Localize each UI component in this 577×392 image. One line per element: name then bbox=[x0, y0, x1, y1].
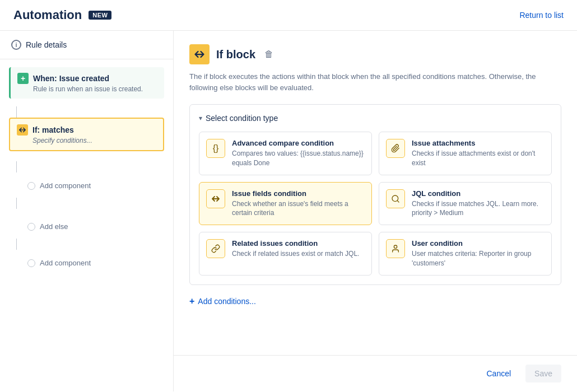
advanced-compare-title: Advanced compare condition bbox=[232, 139, 365, 147]
connector-line-4 bbox=[16, 239, 17, 250]
trigger-subtitle: Rule is run when an issue is created. bbox=[17, 85, 157, 93]
content-area: If block 🗑 The if block executes the act… bbox=[174, 31, 577, 391]
advanced-compare-desc: Compares two values: {{issue.status.name… bbox=[232, 149, 365, 168]
condition-card-content-issue-fields: Issue fields condition Check whether an … bbox=[232, 189, 365, 218]
header-left: Automation NEW bbox=[13, 8, 111, 22]
app-title: Automation bbox=[13, 8, 82, 22]
condition-card-related-issues[interactable]: Related issues condition Check if relate… bbox=[199, 232, 372, 276]
issue-attachments-icon bbox=[386, 139, 405, 158]
user-condition-title: User condition bbox=[412, 239, 545, 248]
condition-card-content-related-issues: Related issues condition Check if relate… bbox=[232, 239, 365, 259]
jql-title: JQL condition bbox=[412, 189, 545, 198]
rule-details-label: Rule details bbox=[26, 40, 67, 49]
condition-selector-label: Select condition type bbox=[206, 114, 278, 123]
info-icon: i bbox=[11, 40, 21, 50]
related-issues-title: Related issues condition bbox=[232, 239, 365, 248]
condition-card-advanced-compare[interactable]: {} Advanced compare condition Compares t… bbox=[199, 132, 372, 175]
new-badge: NEW bbox=[89, 11, 111, 20]
trigger-title: When: Issue created bbox=[33, 74, 109, 83]
save-button[interactable]: Save bbox=[525, 365, 561, 382]
add-component-button-2[interactable]: Add component bbox=[27, 259, 173, 267]
issue-fields-desc: Check whether an issue's field meets a c… bbox=[232, 199, 365, 218]
if-icon bbox=[17, 124, 28, 136]
condition-card-user[interactable]: User condition User matches criteria: Re… bbox=[379, 232, 552, 276]
block-icon-box bbox=[189, 44, 210, 64]
add-conditions-button[interactable]: + Add conditions... bbox=[189, 296, 561, 306]
footer: Cancel Save bbox=[174, 355, 577, 391]
trigger-header: + When: Issue created bbox=[17, 73, 157, 84]
header: Automation NEW Return to list bbox=[0, 0, 577, 31]
condition-card-content-attachments: Issue attachments Checks if issue attach… bbox=[412, 139, 545, 168]
advanced-compare-icon: {} bbox=[206, 139, 225, 158]
add-circle-icon-1 bbox=[27, 182, 35, 190]
connector-line-3 bbox=[16, 198, 17, 209]
add-else-button[interactable]: Add else bbox=[27, 222, 173, 231]
plus-icon: + bbox=[189, 296, 194, 306]
condition-selector-header[interactable]: ▾ Select condition type bbox=[199, 114, 552, 123]
condition-card-content-advanced-compare: Advanced compare condition Compares two … bbox=[232, 139, 365, 168]
condition-card-issue-attachments[interactable]: Issue attachments Checks if issue attach… bbox=[379, 132, 552, 175]
chevron-down-icon: ▾ bbox=[199, 114, 202, 122]
conditions-grid: {} Advanced compare condition Compares t… bbox=[199, 132, 552, 276]
if-block-subtitle: Specify conditions... bbox=[17, 137, 156, 144]
connector-line bbox=[16, 106, 17, 118]
add-component-label-2: Add component bbox=[40, 259, 91, 267]
condition-selector: ▾ Select condition type {} Advanced comp… bbox=[189, 104, 561, 285]
cancel-button[interactable]: Cancel bbox=[477, 365, 520, 382]
add-else-label: Add else bbox=[40, 222, 68, 231]
add-component-label-1: Add component bbox=[40, 181, 91, 190]
issue-attachments-title: Issue attachments bbox=[412, 139, 545, 147]
issue-attachments-desc: Checks if issue attachments exist or don… bbox=[412, 149, 545, 168]
condition-card-content-jql: JQL condition Checks if issue matches JQ… bbox=[412, 189, 545, 218]
connector-line-2 bbox=[16, 161, 17, 172]
issue-fields-title: Issue fields condition bbox=[232, 189, 365, 198]
svg-line-1 bbox=[397, 200, 399, 202]
add-conditions-label: Add conditions... bbox=[198, 297, 256, 306]
trigger-plus-icon: + bbox=[17, 73, 29, 84]
sidebar-item-rule-details[interactable]: i Rule details bbox=[0, 31, 173, 59]
issue-fields-icon bbox=[206, 189, 225, 208]
main-layout: i Rule details + When: Issue created Rul… bbox=[0, 31, 577, 391]
add-circle-icon-3 bbox=[27, 259, 35, 267]
related-issues-desc: Check if related issues exist or match J… bbox=[232, 249, 365, 259]
condition-card-jql[interactable]: JQL condition Checks if issue matches JQ… bbox=[379, 182, 552, 226]
related-issues-icon bbox=[206, 239, 225, 258]
jql-icon bbox=[386, 189, 405, 208]
svg-point-2 bbox=[394, 245, 397, 248]
block-header: If block 🗑 bbox=[189, 44, 561, 64]
add-circle-icon-2 bbox=[27, 223, 35, 231]
condition-card-issue-fields[interactable]: Issue fields condition Check whether an … bbox=[199, 182, 372, 226]
block-description: The if block executes the actions within… bbox=[189, 71, 548, 93]
user-condition-desc: User matches criteria: Reporter in group… bbox=[412, 249, 545, 268]
if-block-title: If: matches bbox=[32, 125, 74, 134]
user-condition-icon bbox=[386, 239, 405, 258]
sidebar-if-block[interactable]: If: matches Specify conditions... bbox=[9, 118, 164, 151]
sidebar-trigger-block[interactable]: + When: Issue created Rule is run when a… bbox=[9, 67, 164, 99]
trash-icon[interactable]: 🗑 bbox=[264, 49, 273, 59]
return-to-list-link[interactable]: Return to list bbox=[519, 11, 564, 20]
block-title: If block bbox=[216, 48, 255, 61]
condition-card-content-user: User condition User matches criteria: Re… bbox=[412, 239, 545, 268]
if-header: If: matches bbox=[17, 124, 156, 136]
jql-desc: Checks if issue matches JQL. Learn more.… bbox=[412, 199, 545, 218]
sidebar: i Rule details + When: Issue created Rul… bbox=[0, 31, 174, 391]
add-component-button-1[interactable]: Add component bbox=[27, 181, 173, 190]
